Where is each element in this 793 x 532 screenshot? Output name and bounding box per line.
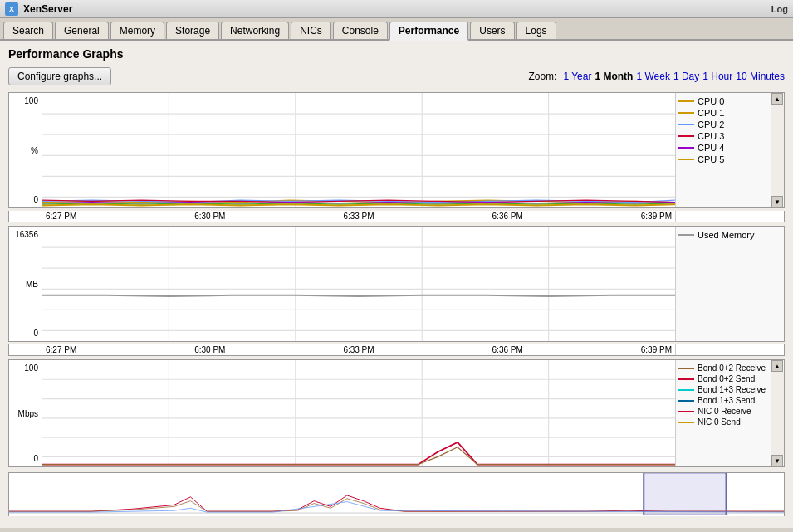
zoom-label: Zoom: xyxy=(528,71,556,82)
network-graph-row: 100 Mbps 0 xyxy=(8,359,785,467)
network-legend-scrollbar[interactable]: ▲ ▼ xyxy=(771,360,784,466)
tab-logs[interactable]: Logs xyxy=(516,22,556,39)
app-name: XenServer xyxy=(23,3,771,15)
tab-networking[interactable]: Networking xyxy=(221,22,289,39)
memory-legend: Used Memory xyxy=(676,227,771,341)
toolbar-row: Configure graphs... Zoom: 1 Year 1 Month… xyxy=(8,67,785,85)
overview-x-labels: 5:00 PM 5:30 PM 6:00 PM 6:30 PM xyxy=(8,515,785,516)
cpu-legend-item-0: CPU 0 xyxy=(678,96,769,106)
tab-users[interactable]: Users xyxy=(470,22,514,39)
cpu-x-labels: 6:27 PM 6:30 PM 6:33 PM 6:36 PM 6:39 PM xyxy=(42,211,676,222)
cpu-y-bottom: 0 xyxy=(33,195,38,204)
main-content: Performance Graphs Configure graphs... Z… xyxy=(0,41,793,528)
network-graph-canvas xyxy=(42,360,676,466)
cpu-legend-scroll-down[interactable]: ▼ xyxy=(771,196,783,207)
tab-nics[interactable]: NICs xyxy=(291,22,331,39)
memory-graph-row: 16356 MB 0 xyxy=(8,226,785,342)
svg-rect-27 xyxy=(644,473,726,515)
cpu-legend-item-4: CPU 4 xyxy=(678,143,769,153)
network-legend: Bond 0+2 Receive Bond 0+2 Send Bond 1+3 … xyxy=(676,360,771,466)
net-y-top: 100 xyxy=(24,364,38,373)
graphs-area: 100 % 0 xyxy=(8,92,785,516)
network-legend-item-2: Bond 1+3 Receive xyxy=(678,385,769,394)
network-legend-item-5: NIC 0 Send xyxy=(678,417,769,427)
cpu-y-top: 100 xyxy=(24,96,38,105)
app-icon: X xyxy=(5,2,18,16)
net-y-unit: Mbps xyxy=(18,409,38,418)
mem-y-bottom: 0 xyxy=(33,329,38,338)
tab-console[interactable]: Console xyxy=(333,22,388,39)
cpu-legend: CPU 0 CPU 1 CPU 2 CPU 3 xyxy=(676,93,771,207)
cpu-legend-scrollbar[interactable]: ▲ ▼ xyxy=(771,93,784,207)
zoom-controls: Zoom: 1 Year 1 Month 1 Week 1 Day 1 Hour… xyxy=(528,71,785,82)
tab-storage[interactable]: Storage xyxy=(166,22,219,39)
zoom-1year-button[interactable]: 1 Year xyxy=(563,71,591,82)
tab-search[interactable]: Search xyxy=(3,22,53,39)
network-legend-item-0: Bond 0+2 Receive xyxy=(678,364,769,373)
memory-legend-scrollbar xyxy=(771,227,784,341)
cpu-legend-item-1: CPU 1 xyxy=(678,108,769,118)
tab-bar: SearchGeneralMemoryStorageNetworkingNICs… xyxy=(0,18,793,41)
cpu-y-unit: % xyxy=(31,146,38,155)
network-legend-scroll-down[interactable]: ▼ xyxy=(771,455,783,466)
network-legend-item-1: Bond 0+2 Send xyxy=(678,374,769,383)
zoom-1month-button[interactable]: 1 Month xyxy=(595,71,633,82)
cpu-graph-row: 100 % 0 xyxy=(8,92,785,208)
cpu-legend-item-3: CPU 3 xyxy=(678,131,769,141)
zoom-1week-button[interactable]: 1 Week xyxy=(636,71,669,82)
network-legend-item-4: NIC 0 Receive xyxy=(678,407,769,416)
memory-x-labels: 6:27 PM 6:30 PM 6:33 PM 6:36 PM 6:39 PM xyxy=(42,344,676,355)
cpu-legend-scroll-up[interactable]: ▲ xyxy=(771,93,783,105)
tab-memory[interactable]: Memory xyxy=(110,22,164,39)
overview-graph xyxy=(8,472,785,515)
zoom-10minutes-button[interactable]: 10 Minutes xyxy=(736,71,785,82)
cpu-legend-item-5: CPU 5 xyxy=(678,154,769,164)
network-legend-item-3: Bond 1+3 Send xyxy=(678,396,769,405)
cpu-graph-canvas xyxy=(42,93,676,207)
tab-performance[interactable]: Performance xyxy=(389,22,468,41)
zoom-1day-button[interactable]: 1 Day xyxy=(673,71,699,82)
tab-general[interactable]: General xyxy=(55,22,109,39)
mem-y-unit: MB xyxy=(26,280,38,289)
net-y-bottom: 0 xyxy=(33,454,38,463)
title-bar: X XenServer Log xyxy=(0,0,793,18)
configure-graphs-button[interactable]: Configure graphs... xyxy=(8,67,111,85)
memory-legend-item-0: Used Memory xyxy=(678,230,769,240)
page-title: Performance Graphs xyxy=(8,47,785,61)
cpu-legend-item-2: CPU 2 xyxy=(678,120,769,129)
zoom-1hour-button[interactable]: 1 Hour xyxy=(702,71,732,82)
overview-section: 5:00 PM 5:30 PM 6:00 PM 6:30 PM xyxy=(8,472,785,516)
mem-y-top: 16356 xyxy=(15,230,38,239)
network-legend-scroll-up[interactable]: ▲ xyxy=(771,360,783,372)
memory-graph-canvas xyxy=(42,227,676,341)
log-button[interactable]: Log xyxy=(771,4,788,14)
